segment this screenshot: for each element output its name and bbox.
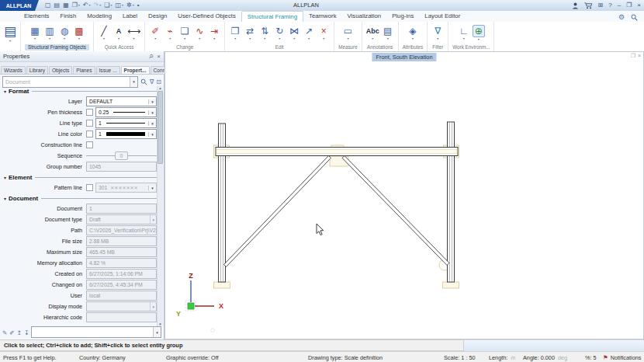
menu-tab[interactable]: Elements — [19, 11, 55, 22]
resize-icon[interactable]: ▾ — [303, 26, 315, 40]
navigation-compass-icon[interactable]: ◌ — [210, 325, 215, 334]
sequence-slider-thumb[interactable]: 0 — [115, 151, 128, 160]
menu-tab[interactable]: Teamwork — [303, 11, 342, 22]
export-icon[interactable] — [72, 2, 80, 9]
move-elements-icon[interactable]: ▾ — [208, 26, 220, 40]
tools-icon[interactable] — [126, 2, 134, 9]
menu-tab[interactable]: Label — [117, 11, 143, 22]
section-format[interactable]: ▾ Format — [2, 86, 157, 96]
chevron-down-icon[interactable] — [153, 327, 161, 337]
panel-tab[interactable]: Library — [26, 66, 48, 74]
menu-tab[interactable]: Structural Framing — [241, 11, 303, 23]
diagonal-brace[interactable] — [224, 156, 331, 267]
chevron-down-icon[interactable] — [148, 132, 156, 137]
restore-icon[interactable] — [626, 2, 632, 9]
pattern-line-checkbox[interactable] — [86, 184, 93, 191]
rotate-icon[interactable]: ▾ — [273, 26, 286, 40]
line-icon[interactable]: ▾ — [98, 26, 110, 40]
undo-icon[interactable] — [83, 2, 91, 9]
delete-icon[interactable]: ▾ — [317, 26, 330, 40]
transfer-properties-icon[interactable] — [9, 329, 14, 336]
close-icon[interactable] — [637, 2, 641, 9]
filter-funnel-icon[interactable]: ▾ — [431, 26, 444, 40]
menu-tab[interactable]: Plug-ins — [386, 11, 419, 22]
load-favorite-icon[interactable] — [17, 329, 22, 336]
line-color-checkbox[interactable] — [86, 131, 93, 137]
modify-pen-icon[interactable]: ▾ — [149, 26, 161, 40]
menu-tab[interactable]: Design — [143, 11, 172, 22]
search-icon[interactable] — [140, 78, 147, 85]
menu-tab[interactable]: Modeling — [81, 11, 117, 22]
menu-tab[interactable]: Visualization — [342, 11, 387, 22]
allplan-logo[interactable]: ALLPLAN — [0, 0, 39, 11]
diagonal-brace[interactable] — [342, 156, 449, 266]
gear-icon[interactable]: ⚙ — [618, 13, 625, 21]
filter-icon[interactable]: ∇ — [150, 78, 154, 85]
close-panel-icon[interactable]: × — [157, 53, 161, 60]
panel-tab[interactable]: Wizards — [1, 66, 26, 74]
menu-tab[interactable]: Finish — [55, 11, 82, 22]
measure-ruler-icon[interactable]: ▾ — [341, 26, 354, 40]
favorite-input[interactable] — [32, 327, 153, 337]
shop-cart-icon[interactable] — [584, 2, 593, 9]
close-view-icon[interactable]: × — [638, 53, 641, 59]
copy-icon[interactable]: ▾ — [229, 26, 241, 40]
panel-tab[interactable]: Planes — [73, 66, 95, 74]
scrollbar-thumb[interactable] — [158, 91, 163, 164]
chevron-down-icon[interactable] — [148, 110, 156, 115]
user-icon[interactable] — [572, 2, 579, 9]
steel-grid-icon[interactable]: ▾ — [29, 26, 41, 40]
workplane-compass-icon[interactable]: ▾ — [473, 25, 485, 41]
minimize-icon[interactable] — [618, 2, 621, 9]
construction-line-checkbox[interactable] — [86, 141, 93, 148]
layer-dropdown[interactable]: DEFAULT — [86, 96, 157, 106]
drawing-canvas[interactable]: Z X Y — [165, 52, 643, 339]
search-icon[interactable] — [631, 14, 638, 21]
pen-thickness-dropdown[interactable]: 0.25 — [95, 107, 157, 117]
line-type-dropdown[interactable]: 1 — [95, 118, 157, 128]
settings-icon[interactable]: ⊡ — [156, 78, 161, 85]
modify-line-icon[interactable]: ▾ — [193, 26, 206, 40]
column-objects-icon[interactable]: ▾ — [43, 26, 56, 40]
align-vertical-icon[interactable]: ▾ — [258, 26, 271, 40]
panel-tab[interactable]: Objects — [49, 66, 72, 74]
redo-icon[interactable] — [94, 2, 102, 9]
properties-palette-icon[interactable]: ▾ — [4, 24, 16, 43]
collapse-icon[interactable]: ▾ — [4, 175, 6, 180]
panel-scrollbar[interactable]: ▲ ▼ — [157, 86, 163, 326]
chevron-down-icon[interactable] — [148, 186, 156, 190]
menu-tab[interactable]: User-Defined Objects — [172, 11, 241, 22]
drawing-viewport[interactable]: Front, South Elevation ❐ × ◌ — [164, 51, 644, 339]
panels-layout-icon[interactable] — [598, 2, 604, 9]
text-icon[interactable]: ▾ — [113, 26, 125, 40]
edit-page-icon[interactable]: ▾ — [178, 26, 191, 40]
panel-tab[interactable]: Propert... — [121, 66, 150, 74]
legend-icon[interactable]: ▾ — [382, 26, 394, 40]
chevron-down-icon[interactable] — [148, 121, 156, 126]
sequence-slider[interactable]: 0 — [86, 151, 157, 160]
steel-column[interactable] — [448, 122, 455, 282]
line-color-dropdown[interactable]: 1 — [95, 129, 157, 139]
attribute-tags-icon[interactable]: ▾ — [407, 26, 419, 40]
collapse-icon[interactable]: ▾ — [4, 196, 6, 201]
steel-beam[interactable] — [216, 148, 458, 156]
scroll-up-icon[interactable]: ▲ — [158, 86, 161, 90]
save-icon[interactable] — [63, 2, 69, 9]
float-view-icon[interactable]: ❐ — [631, 53, 635, 59]
match-properties-icon[interactable] — [2, 329, 7, 336]
more-commands-icon[interactable] — [137, 2, 140, 9]
pen-thickness-checkbox[interactable] — [86, 109, 93, 116]
new-window-icon[interactable] — [116, 2, 124, 9]
pattern-line-dropdown[interactable]: 301 — [95, 183, 157, 193]
open-icon[interactable] — [54, 2, 61, 9]
circular-framing-icon[interactable]: ▾ — [58, 26, 71, 40]
braced-framing-icon[interactable]: ▾ — [73, 26, 85, 40]
clipboard-icon[interactable] — [104, 2, 112, 9]
stretch-entities-icon[interactable]: ▾ — [164, 26, 176, 40]
chevron-down-icon[interactable] — [148, 99, 156, 104]
view-title[interactable]: Front, South Elevation — [372, 53, 436, 61]
section-element[interactable]: ▾ Element — [2, 172, 157, 183]
favorite-combo[interactable] — [31, 326, 161, 338]
collapse-icon[interactable]: ▾ — [4, 89, 6, 94]
panel-tab[interactable]: Issue ... — [96, 66, 120, 74]
